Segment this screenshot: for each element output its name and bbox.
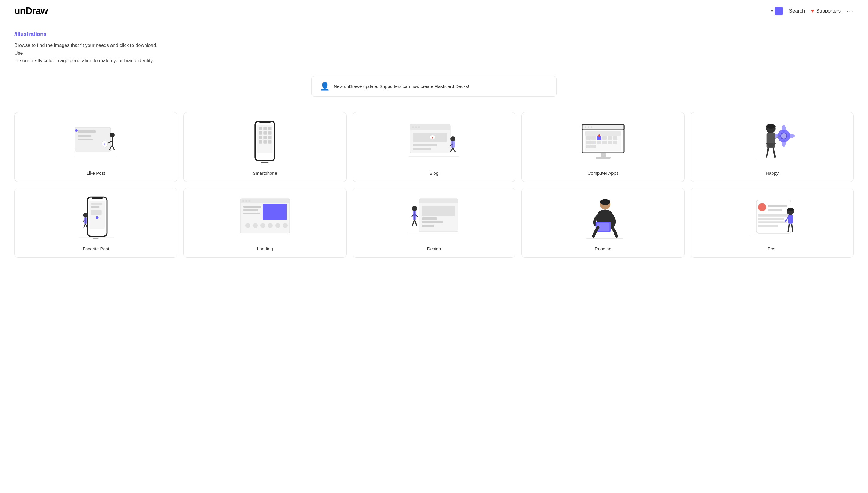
- card-landing[interactable]: Landing: [184, 188, 346, 258]
- svg-rect-138: [758, 214, 789, 217]
- card-blog[interactable]: ♥ Blog: [353, 112, 516, 182]
- svg-rect-136: [768, 205, 787, 207]
- svg-text:♥: ♥: [431, 136, 433, 139]
- svg-line-43: [453, 148, 455, 152]
- svg-line-80: [766, 148, 768, 158]
- svg-rect-58: [613, 136, 617, 140]
- hero-section: /illustrations Browse to find the images…: [0, 22, 868, 68]
- svg-rect-25: [259, 140, 262, 143]
- hero-description: Browse to find the images that fit your …: [14, 42, 164, 65]
- svg-point-103: [249, 200, 250, 202]
- svg-point-108: [246, 223, 250, 228]
- svg-rect-59: [586, 141, 591, 144]
- card-happy[interactable]: Happy: [691, 112, 854, 182]
- color-picker-dropdown[interactable]: ▾: [771, 7, 783, 15]
- svg-rect-144: [788, 215, 792, 224]
- card-design[interactable]: Design: [353, 188, 516, 258]
- card-favorite-post[interactable]: Favorite Post: [14, 188, 177, 258]
- svg-rect-97: [93, 237, 99, 238]
- svg-rect-27: [268, 140, 272, 143]
- header: unDraw ▾ Search ♥ Supporters ···: [0, 0, 868, 22]
- svg-rect-105: [244, 209, 258, 211]
- svg-rect-24: [268, 135, 272, 139]
- breadcrumb[interactable]: /illustrations: [14, 31, 854, 37]
- card-smartphone-label: Smartphone: [253, 171, 277, 176]
- svg-point-33: [418, 126, 420, 128]
- svg-point-32: [415, 126, 417, 128]
- svg-rect-140: [758, 221, 787, 223]
- logo[interactable]: unDraw: [14, 5, 48, 17]
- svg-point-78: [766, 124, 775, 128]
- svg-rect-21: [268, 131, 272, 134]
- svg-rect-37: [413, 144, 437, 146]
- svg-rect-26: [264, 140, 267, 143]
- svg-rect-44: [451, 141, 454, 148]
- svg-rect-57: [608, 136, 612, 140]
- card-like-post[interactable]: ♥ Like Post: [14, 112, 177, 182]
- svg-rect-53: [586, 136, 591, 140]
- svg-point-48: [585, 126, 586, 128]
- svg-rect-69: [596, 157, 611, 158]
- chevron-down-icon: ▾: [771, 9, 773, 13]
- svg-point-62: [598, 134, 600, 137]
- card-design-image: [359, 194, 509, 242]
- svg-rect-17: [264, 127, 267, 130]
- svg-rect-88: [91, 206, 99, 208]
- card-blog-image: ♥: [359, 119, 509, 166]
- search-link[interactable]: Search: [789, 8, 805, 14]
- svg-rect-20: [264, 131, 267, 134]
- svg-text:♥: ♥: [104, 143, 105, 146]
- svg-line-42: [450, 148, 453, 152]
- svg-rect-19: [259, 131, 262, 134]
- card-landing-label: Landing: [257, 246, 273, 251]
- card-reading-image: [528, 194, 678, 242]
- svg-point-121: [412, 206, 417, 211]
- card-favorite-post-image: [21, 194, 171, 242]
- card-reading-label: Reading: [595, 246, 612, 251]
- card-smartphone[interactable]: Smartphone: [184, 112, 346, 182]
- svg-rect-118: [422, 217, 437, 220]
- svg-rect-28: [261, 162, 269, 163]
- svg-line-125: [412, 219, 415, 226]
- svg-point-109: [253, 223, 258, 228]
- announcement-icon: 👤: [320, 82, 330, 91]
- card-blog-label: Blog: [429, 171, 439, 176]
- color-swatch[interactable]: [775, 7, 783, 15]
- svg-rect-107: [263, 204, 287, 220]
- svg-rect-64: [608, 141, 612, 144]
- card-happy-image: [697, 119, 847, 166]
- svg-rect-68: [601, 153, 606, 157]
- svg-rect-23: [264, 135, 267, 139]
- svg-rect-89: [91, 210, 102, 215]
- svg-point-135: [758, 203, 766, 211]
- card-computer-apps[interactable]: Computer Apps: [522, 112, 684, 182]
- svg-point-130: [600, 199, 611, 205]
- announcement-text: New unDraw+ update: Supporters can now c…: [334, 84, 469, 89]
- nav-right: ▾ Search ♥ Supporters ···: [771, 7, 854, 15]
- svg-point-111: [268, 223, 273, 228]
- card-landing-image: [190, 194, 340, 242]
- supporters-link[interactable]: ♥ Supporters: [811, 8, 841, 14]
- svg-point-101: [242, 200, 244, 202]
- more-menu-button[interactable]: ···: [847, 7, 854, 14]
- card-reading[interactable]: Reading: [522, 188, 684, 258]
- card-post[interactable]: Post: [691, 188, 854, 258]
- svg-rect-56: [602, 136, 607, 140]
- svg-rect-22: [259, 135, 262, 139]
- svg-line-126: [415, 219, 417, 226]
- svg-point-6: [75, 129, 78, 132]
- announcement-banner[interactable]: 👤 New unDraw+ update: Supporters can now…: [311, 76, 557, 97]
- svg-point-49: [588, 126, 589, 128]
- svg-rect-139: [758, 218, 784, 220]
- card-like-post-image: ♥: [21, 119, 171, 166]
- svg-point-72: [782, 125, 786, 132]
- svg-rect-106: [244, 213, 260, 214]
- card-happy-label: Happy: [766, 171, 779, 176]
- svg-rect-104: [244, 206, 261, 208]
- svg-rect-96: [84, 217, 87, 224]
- svg-point-113: [283, 223, 288, 228]
- svg-rect-119: [422, 221, 443, 223]
- svg-rect-117: [422, 206, 455, 216]
- card-design-label: Design: [427, 246, 441, 251]
- svg-rect-141: [758, 225, 778, 227]
